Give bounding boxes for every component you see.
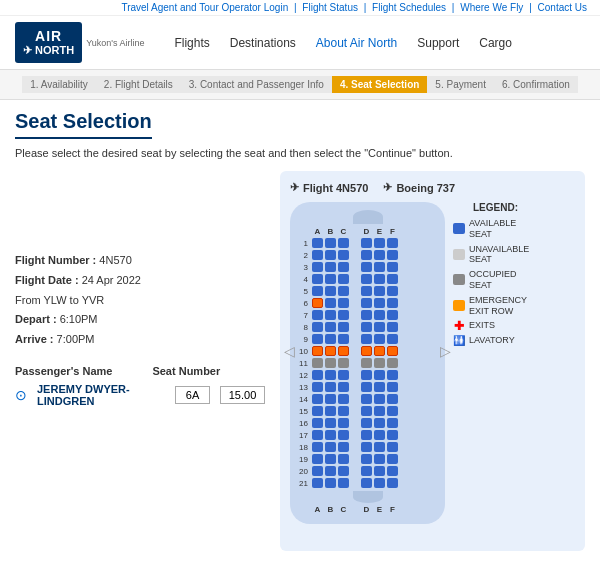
seat-2-A[interactable] [312,250,323,260]
nav-support[interactable]: Support [417,36,459,50]
seat-14-E[interactable] [374,394,385,404]
seat-8-E[interactable] [374,322,385,332]
seat-21-B[interactable] [325,478,336,488]
seat-12-C[interactable] [338,370,349,380]
seat-13-C[interactable] [338,382,349,392]
seat-5-C[interactable] [338,286,349,296]
seat-14-D[interactable] [361,394,372,404]
seat-9-D[interactable] [361,334,372,344]
seat-3-F[interactable] [387,262,398,272]
seat-1-E[interactable] [374,238,385,248]
top-bar-link-contact[interactable]: Contact Us [538,2,587,13]
seat-4-E[interactable] [374,274,385,284]
seat-10-B[interactable] [325,346,336,356]
seat-4-F[interactable] [387,274,398,284]
seat-1-B[interactable] [325,238,336,248]
nav-about[interactable]: About Air North [316,36,397,50]
seat-20-D[interactable] [361,466,372,476]
step-flight-details[interactable]: 2. Flight Details [96,76,181,93]
seat-17-B[interactable] [325,430,336,440]
seat-3-D[interactable] [361,262,372,272]
seat-12-B[interactable] [325,370,336,380]
nav-cargo[interactable]: Cargo [479,36,512,50]
seat-6-F[interactable] [387,298,398,308]
seat-1-F[interactable] [387,238,398,248]
seat-10-A[interactable] [312,346,323,356]
step-availability[interactable]: 1. Availability [22,76,96,93]
seat-6-D[interactable] [361,298,372,308]
seat-20-A[interactable] [312,466,323,476]
seat-18-F[interactable] [387,442,398,452]
seat-16-F[interactable] [387,418,398,428]
seat-8-A[interactable] [312,322,323,332]
seat-9-F[interactable] [387,334,398,344]
top-bar-link-agent[interactable]: Travel Agent and Tour Operator Login [121,2,288,13]
seat-10-C[interactable] [338,346,349,356]
seat-3-C[interactable] [338,262,349,272]
seat-17-F[interactable] [387,430,398,440]
seat-9-C[interactable] [338,334,349,344]
seat-18-C[interactable] [338,442,349,452]
seat-15-C[interactable] [338,406,349,416]
seat-4-A[interactable] [312,274,323,284]
seat-15-F[interactable] [387,406,398,416]
top-bar-link-status[interactable]: Flight Status [302,2,358,13]
seat-8-C[interactable] [338,322,349,332]
seat-3-B[interactable] [325,262,336,272]
step-confirmation[interactable]: 6. Confirmation [494,76,578,93]
seat-1-A[interactable] [312,238,323,248]
seat-14-B[interactable] [325,394,336,404]
seat-18-D[interactable] [361,442,372,452]
seat-21-F[interactable] [387,478,398,488]
seat-12-E[interactable] [374,370,385,380]
seat-15-E[interactable] [374,406,385,416]
seat-13-B[interactable] [325,382,336,392]
seat-16-D[interactable] [361,418,372,428]
seat-5-F[interactable] [387,286,398,296]
seat-5-A[interactable] [312,286,323,296]
seat-18-E[interactable] [374,442,385,452]
seat-1-D[interactable] [361,238,372,248]
seat-21-D[interactable] [361,478,372,488]
seat-2-D[interactable] [361,250,372,260]
seat-13-E[interactable] [374,382,385,392]
seat-2-E[interactable] [374,250,385,260]
seat-9-B[interactable] [325,334,336,344]
seat-2-C[interactable] [338,250,349,260]
seat-10-D[interactable] [361,346,372,356]
seat-8-D[interactable] [361,322,372,332]
seat-6-E[interactable] [374,298,385,308]
seat-16-E[interactable] [374,418,385,428]
seat-20-B[interactable] [325,466,336,476]
seat-16-A[interactable] [312,418,323,428]
seat-20-E[interactable] [374,466,385,476]
seat-8-B[interactable] [325,322,336,332]
seat-3-E[interactable] [374,262,385,272]
seat-17-D[interactable] [361,430,372,440]
seat-15-D[interactable] [361,406,372,416]
price-input[interactable] [220,386,265,404]
seat-13-D[interactable] [361,382,372,392]
nav-destinations[interactable]: Destinations [230,36,296,50]
seat-19-A[interactable] [312,454,323,464]
seat-8-F[interactable] [387,322,398,332]
step-payment[interactable]: 5. Payment [427,76,494,93]
seat-21-E[interactable] [374,478,385,488]
seat-21-C[interactable] [338,478,349,488]
seat-13-A[interactable] [312,382,323,392]
seat-14-A[interactable] [312,394,323,404]
seat-4-B[interactable] [325,274,336,284]
seat-19-B[interactable] [325,454,336,464]
seat-7-A[interactable] [312,310,323,320]
seat-21-A[interactable] [312,478,323,488]
top-bar-link-schedules[interactable]: Flight Schedules [372,2,446,13]
seat-12-D[interactable] [361,370,372,380]
seat-10-F[interactable] [387,346,398,356]
seat-7-E[interactable] [374,310,385,320]
seat-18-B[interactable] [325,442,336,452]
seat-5-E[interactable] [374,286,385,296]
seat-19-C[interactable] [338,454,349,464]
seat-6-C[interactable] [338,298,349,308]
seat-18-A[interactable] [312,442,323,452]
seat-5-B[interactable] [325,286,336,296]
